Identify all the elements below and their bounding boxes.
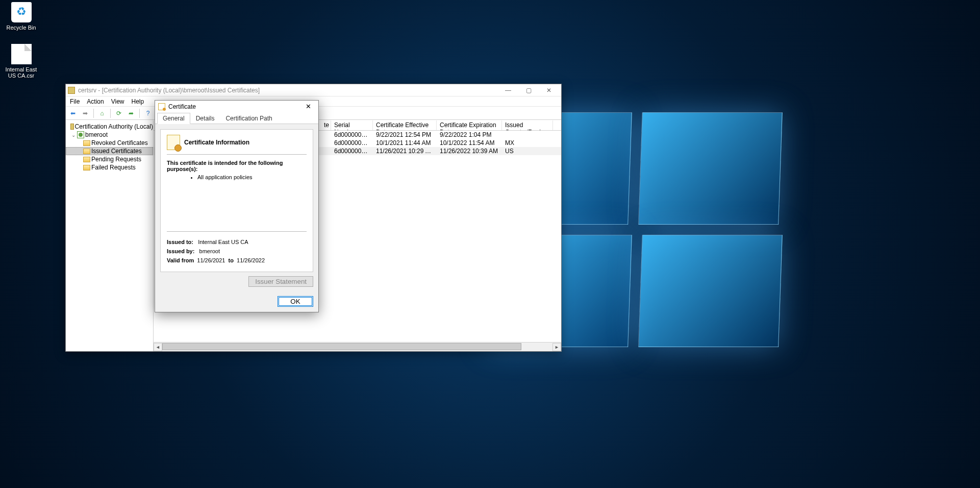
- tree-pending[interactable]: Pending Requests: [66, 155, 153, 163]
- col-header-serial[interactable]: Serial Number: [331, 120, 373, 130]
- tree-label: Certification Authority (Local): [75, 123, 153, 130]
- tabs: General Details Certification Path: [155, 112, 318, 124]
- tree-issued[interactable]: Issued Certificates: [66, 147, 153, 155]
- folder-icon: [83, 165, 90, 170]
- cell-country: MX: [502, 139, 553, 147]
- purpose-list: All application policies: [177, 174, 307, 180]
- certificate-heading: Certificate Information: [167, 135, 307, 155]
- file-icon: [11, 44, 32, 64]
- cell-expiration: 9/22/2022 1:04 PM: [437, 131, 502, 138]
- col-header-effective[interactable]: Certificate Effective Date: [373, 120, 437, 130]
- purpose-item: All application policies: [197, 174, 307, 180]
- tree-failed[interactable]: Failed Requests: [66, 163, 153, 172]
- ok-button[interactable]: OK: [278, 296, 313, 307]
- close-button[interactable]: ✕: [539, 85, 559, 96]
- issued-by-row: Issued by: bmeroot: [167, 248, 307, 254]
- close-button[interactable]: ✕: [301, 101, 315, 112]
- cell-serial: 6d0000000353...: [331, 131, 373, 138]
- scroll-left-button[interactable]: ◄: [154, 343, 162, 351]
- export-button[interactable]: ➦: [126, 108, 136, 118]
- tree-pane[interactable]: Certification Authority (Local) ⌄ bmeroo…: [66, 120, 154, 351]
- menu-file[interactable]: File: [70, 98, 80, 105]
- tree-label: Pending Requests: [91, 156, 141, 163]
- tree-root[interactable]: Certification Authority (Local): [66, 123, 153, 131]
- purpose-intro: This certificate is intended for the fol…: [167, 160, 307, 172]
- scroll-track[interactable]: [162, 343, 552, 351]
- tree-label: Revoked Certificates: [91, 139, 148, 147]
- toolbar-separator: [139, 109, 140, 118]
- folder-icon: [83, 157, 90, 162]
- dialog-title: Certificate: [168, 103, 301, 110]
- valid-from-label: Valid from: [167, 257, 194, 263]
- cell-serial: 6d00000005246...: [331, 139, 373, 147]
- tree-label: Issued Certificates: [91, 148, 142, 155]
- menu-action[interactable]: Action: [87, 98, 104, 105]
- desktop-icon-csr-file[interactable]: Internal East US CA.csr: [2, 44, 40, 79]
- menu-view[interactable]: View: [111, 98, 124, 105]
- tree-label: bmeroot: [85, 131, 108, 138]
- dialog-footer: OK: [155, 292, 318, 312]
- tree-ca[interactable]: ⌄ bmeroot: [66, 131, 153, 139]
- windows-pane: [638, 112, 783, 225]
- issued-by-value: bmeroot: [199, 248, 220, 254]
- menu-help[interactable]: Help: [132, 98, 144, 105]
- scroll-thumb[interactable]: [162, 343, 521, 350]
- col-header-country[interactable]: Issued Country/Region: [502, 120, 553, 130]
- cell-effective: 9/22/2021 12:54 PM: [373, 131, 437, 138]
- cell-effective: 11/26/2021 10:29 AM: [373, 148, 437, 155]
- folder-icon: [83, 140, 90, 146]
- certificate-dialog: Certificate ✕ General Details Certificat…: [155, 100, 319, 312]
- tab-details[interactable]: Details: [190, 113, 220, 124]
- cell-expiration: 11/26/2022 10:39 AM: [437, 148, 502, 155]
- ca-root-icon: [70, 124, 73, 130]
- cell-country: US: [502, 148, 553, 155]
- dialog-titlebar[interactable]: Certificate ✕: [155, 101, 318, 112]
- windows-pane: [638, 235, 783, 347]
- valid-row: Valid from 11/26/2021 to 11/26/2022: [167, 257, 307, 263]
- tree-label: Failed Requests: [91, 164, 136, 171]
- folder-icon: [83, 149, 90, 154]
- desktop-icon-label: Recycle Bin: [2, 25, 40, 31]
- titlebar[interactable]: certsrv - [Certification Authority (Loca…: [66, 84, 561, 96]
- up-button[interactable]: ⌂: [97, 108, 107, 118]
- issued-to-value: Internal East US CA: [198, 239, 248, 245]
- window-title: certsrv - [Certification Authority (Loca…: [78, 87, 498, 94]
- valid-to-label: to: [229, 257, 234, 263]
- refresh-button[interactable]: ⟳: [114, 108, 124, 118]
- tab-certification-path[interactable]: Certification Path: [220, 113, 278, 124]
- certificate-badge-icon: [167, 135, 180, 150]
- certsrv-icon: [68, 87, 75, 94]
- certificate-heading-text: Certificate Information: [184, 139, 249, 146]
- collapse-icon[interactable]: ⌄: [71, 132, 76, 138]
- valid-to-value: 11/26/2022: [237, 257, 265, 263]
- cell-effective: 10/1/2021 11:44 AM: [373, 139, 437, 147]
- valid-from-value: 11/26/2021: [197, 257, 225, 263]
- maximize-button[interactable]: ▢: [518, 85, 539, 96]
- scroll-right-button[interactable]: ►: [552, 343, 561, 351]
- tab-general[interactable]: General: [157, 113, 190, 124]
- tree-revoked[interactable]: Revoked Certificates: [66, 139, 153, 147]
- forward-button[interactable]: ➡: [80, 108, 90, 118]
- desktop-icon-label: Internal East US CA.csr: [2, 66, 40, 79]
- issued-by-label: Issued by:: [167, 248, 194, 254]
- ca-server-icon: [77, 131, 84, 138]
- issued-to-label: Issued to:: [167, 239, 193, 245]
- certificate-details: Issued to: Internal East US CA Issued by…: [167, 231, 307, 266]
- col-header-partial[interactable]: te: [321, 120, 331, 130]
- col-header-expiration[interactable]: Certificate Expiration Date: [437, 120, 502, 130]
- horizontal-scrollbar[interactable]: ◄ ►: [154, 342, 561, 351]
- help-button[interactable]: ?: [143, 108, 153, 118]
- issuer-statement-button[interactable]: Issuer Statement: [248, 276, 313, 287]
- toolbar-separator: [110, 109, 111, 118]
- certificate-info-box: Certificate Information This certificate…: [160, 129, 313, 272]
- cell-serial: 6d00000006ed...: [331, 148, 373, 155]
- tab-body: Certificate Information This certificate…: [155, 124, 318, 292]
- cell-expiration: 10/1/2022 11:54 AM: [437, 139, 502, 147]
- desktop-icon-recycle-bin[interactable]: Recycle Bin: [2, 2, 40, 31]
- minimize-button[interactable]: —: [498, 85, 518, 96]
- purpose-intro-text: This certificate is intended for the fol…: [167, 160, 283, 172]
- back-button[interactable]: ⬅: [68, 108, 78, 118]
- issued-to-row: Issued to: Internal East US CA: [167, 239, 307, 245]
- toolbar-separator: [93, 109, 94, 118]
- recycle-bin-icon: [11, 2, 32, 22]
